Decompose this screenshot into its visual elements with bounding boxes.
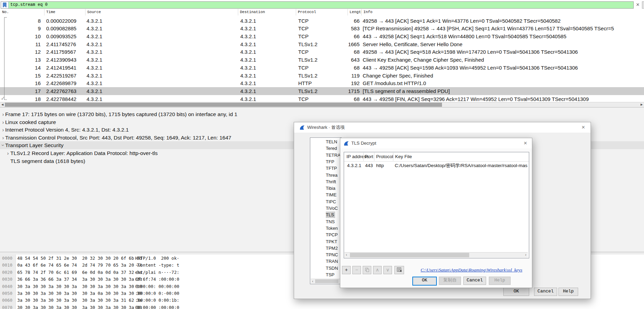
protocol-item[interactable]: TPM2 xyxy=(310,245,341,251)
chevron-right-icon[interactable]: › xyxy=(1,126,5,134)
scroll-left-icon[interactable]: ◀ xyxy=(0,102,5,107)
col-protocol: Protocol xyxy=(376,152,393,161)
hex-row[interactable]: 00503a 30 30 3a 30 30 3a 30 30 3a 0a 30 … xyxy=(0,290,262,297)
preferences-dialog-titlebar[interactable]: Wireshark · 首选项 ✕ xyxy=(294,122,591,133)
dialog-title: TLS Decrypt xyxy=(351,138,376,148)
clear-filter-icon[interactable]: ✕ xyxy=(635,1,641,8)
protocol-item[interactable]: Token xyxy=(310,225,341,231)
keys-table: IP address Port Protocol Key File 4.3.2.… xyxy=(344,152,529,258)
protocol-item[interactable]: Thrift xyxy=(310,178,341,185)
protocol-item[interactable]: TPNC xyxy=(310,251,341,258)
col-key-file: Key File xyxy=(395,152,412,161)
scroll-right-icon[interactable]: › xyxy=(524,253,528,257)
table-row[interactable]: 152.4225192674.3.2.14.3.2.1TLSv1.2119Cha… xyxy=(0,72,644,80)
key-table-row[interactable]: 4.3.2.1 443 http C:/Users/Satan/Desktop/… xyxy=(344,162,529,169)
column-header-destination[interactable]: Destination xyxy=(238,9,296,16)
table-row[interactable]: 142.4124195414.3.2.14.3.2.1TCP68443 → 49… xyxy=(0,64,644,72)
tls-decrypt-dialog: TLS Decrypt ✕ IP address Port Protocol K… xyxy=(340,138,532,288)
preferences-ok-button[interactable]: OK xyxy=(503,288,529,296)
related-packet-check-icon: ✓ xyxy=(1,95,5,102)
hex-row[interactable]: 000048 54 54 50 2f 31 2e 30 20 32 30 30 … xyxy=(0,255,262,262)
table-row[interactable]: 112.4117452764.3.2.14.3.2.1TLSv1.21665Se… xyxy=(0,40,644,48)
table-row[interactable]: 132.4123909434.3.2.14.3.2.1TLSv1.2643Cli… xyxy=(0,56,644,64)
dialog-title: Wireshark · 首选项 xyxy=(307,122,345,133)
preferences-cancel-button[interactable]: Cancel xyxy=(534,288,557,296)
wireshark-logo-icon xyxy=(344,141,349,146)
column-header-protocol[interactable]: Protocol xyxy=(296,9,348,16)
display-filter-input[interactable]: tcp.stream eq 0 xyxy=(1,1,634,9)
protocol-item[interactable]: TETRA xyxy=(310,152,341,158)
filter-query-text: tcp.stream eq 0 xyxy=(10,2,48,8)
hex-row[interactable]: 002065 78 74 2f 70 6c 61 69 6e 0d 0a 0d … xyxy=(0,269,262,276)
tls-help-button: Help xyxy=(489,277,511,285)
protocol-list-hscrollbar[interactable]: ‹ xyxy=(311,279,340,284)
protocol-item[interactable]: TELN xyxy=(310,138,341,145)
chevron-right-icon[interactable]: › xyxy=(6,149,10,157)
protocol-item[interactable]: TPKT xyxy=(310,238,341,245)
protocol-item[interactable]: TiVoC xyxy=(310,205,341,212)
protocol-item-selected[interactable]: TLS xyxy=(310,212,341,218)
column-header-source[interactable]: Source xyxy=(85,9,238,16)
protocol-item[interactable]: TFP xyxy=(310,158,341,165)
scrollbar-thumb[interactable] xyxy=(5,103,442,107)
protocol-item[interactable]: TPCP xyxy=(310,231,341,238)
hex-row[interactable]: 007030 30 3a 30 30 3a 30 30 3a 30 30 3a … xyxy=(0,304,262,309)
table-row[interactable]: 162.4226898794.3.2.14.3.2.1HTTP192GET /m… xyxy=(0,79,644,87)
protocol-item[interactable]: TRAN xyxy=(310,258,341,265)
window-edge-button[interactable] xyxy=(642,1,644,9)
close-icon[interactable]: ✕ xyxy=(520,138,531,148)
chevron-right-icon[interactable]: › xyxy=(1,118,5,126)
scroll-right-icon[interactable]: ▶ xyxy=(639,102,644,107)
table-row-selected[interactable]: 172.4227627634.3.2.14.3.2.1TLSv1.21715[T… xyxy=(0,87,644,95)
wireshark-logo-icon xyxy=(300,125,305,130)
hex-row[interactable]: 00603a 30 30 3a 30 30 3a 30 30 3a 30 30 … xyxy=(0,297,262,304)
protocol-tree-list[interactable]: TELN Tered TETRA TFP TFTP Threa Thrift T… xyxy=(310,137,342,284)
detail-row[interactable]: › Frame 17: 1715 bytes on wire (13720 bi… xyxy=(0,110,644,118)
hex-row[interactable]: 003036 66 3a 36 66 3a 37 34 3a 30 30 3a … xyxy=(0,276,262,283)
scrollbar-thumb[interactable] xyxy=(350,253,469,257)
close-icon[interactable]: ✕ xyxy=(577,122,589,133)
column-header-info[interactable]: Info xyxy=(361,9,643,16)
bookmark-icon[interactable] xyxy=(1,2,9,8)
scrollbar-thumb[interactable] xyxy=(315,279,339,283)
tls-ok-button[interactable]: OK xyxy=(412,277,437,286)
table-row[interactable]: 122.4117595674.3.2.14.3.2.1TCP6849258 → … xyxy=(0,48,644,56)
conversation-bracket-line xyxy=(4,17,4,100)
protocol-item[interactable]: TSDN xyxy=(310,265,341,271)
protocol-item[interactable]: TIME xyxy=(310,192,341,198)
tls-copy-from-button: 复制自 xyxy=(439,277,461,285)
protocol-item[interactable]: Tered xyxy=(310,145,341,152)
scroll-left-icon[interactable]: ‹ xyxy=(311,279,315,284)
packet-list-hscrollbar[interactable]: ◀ ▶ xyxy=(0,102,644,107)
preferences-help-button[interactable]: Help xyxy=(559,288,578,296)
hex-row[interactable]: 004030 3a 30 30 3a 30 30 3a 30 30 3a 30 … xyxy=(0,283,262,290)
protocol-item[interactable]: TSP xyxy=(310,271,341,278)
move-up-icon: ∧ xyxy=(373,266,382,274)
table-row[interactable]: 100.0090935254.3.2.14.3.2.1TCP66443 → 49… xyxy=(0,32,644,40)
table-row[interactable]: 80.0000220094.3.2.14.3.2.1TCP6649258 → 4… xyxy=(0,17,644,25)
protocol-item[interactable]: Threa xyxy=(310,172,341,178)
protocol-item[interactable]: TIPC xyxy=(310,198,341,205)
hex-row[interactable]: 00100a 43 6f 6e 74 65 6e 74 2d 74 79 70 … xyxy=(0,262,262,269)
wireshark-window: tcp.stream eq 0 ✕ No. Time Source Destin… xyxy=(0,0,644,309)
keys-table-header: IP address Port Protocol Key File xyxy=(344,152,529,162)
tls-decrypt-titlebar[interactable]: TLS Decrypt ✕ xyxy=(340,138,532,148)
table-row[interactable]: 182.4227884424.3.2.14.3.2.1TCP68443 → 49… xyxy=(0,95,644,102)
chevron-right-icon[interactable]: › xyxy=(1,110,5,118)
protocol-item[interactable]: TFTP xyxy=(310,165,341,172)
scroll-left-icon[interactable]: ‹ xyxy=(344,253,349,257)
keys-table-hscrollbar[interactable]: ‹ › xyxy=(344,252,528,258)
add-button[interactable]: + xyxy=(342,266,351,274)
conversation-bracket-top xyxy=(4,17,7,18)
column-header-no[interactable]: No. xyxy=(0,9,44,16)
tls-cancel-button[interactable]: Cancel xyxy=(463,277,486,285)
protocol-item[interactable]: TNS xyxy=(310,218,341,225)
protocol-item[interactable]: Tibia xyxy=(310,185,341,192)
ssl-keys-folder-link[interactable]: C:\Users\Satan\AppData\Roaming\Wireshark… xyxy=(421,267,522,273)
chevron-right-icon[interactable]: › xyxy=(1,134,5,142)
copy-button xyxy=(363,266,371,274)
clear-entries-button[interactable] xyxy=(394,266,404,274)
column-header-time[interactable]: Time xyxy=(44,9,85,16)
table-row[interactable]: 90.0090828854.3.2.14.3.2.1TCP583[TCP Ret… xyxy=(0,24,644,32)
column-header-length[interactable]: Length xyxy=(348,9,362,16)
